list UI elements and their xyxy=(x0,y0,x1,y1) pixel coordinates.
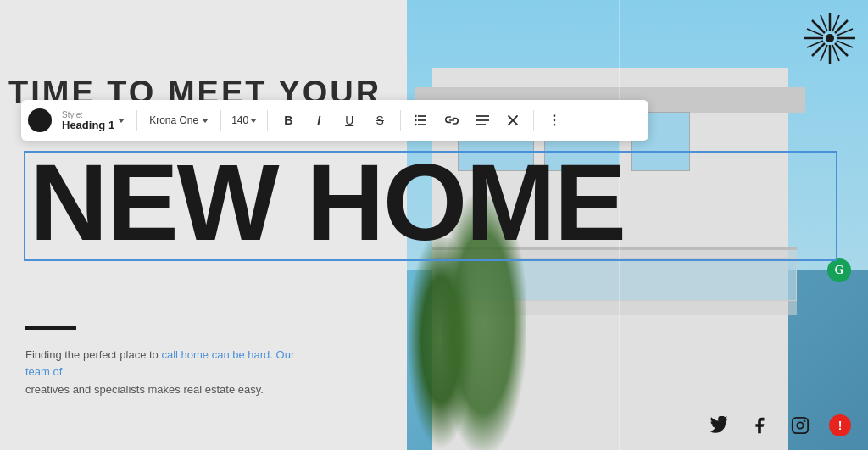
toolbar-divider-1 xyxy=(136,110,137,131)
instagram-button[interactable] xyxy=(788,414,812,437)
svg-point-31 xyxy=(554,124,556,126)
toolbar-divider-2 xyxy=(220,110,221,131)
font-family-value: Krona One xyxy=(149,114,198,126)
bold-icon: B xyxy=(284,114,292,127)
clear-format-button[interactable] xyxy=(499,107,526,134)
toolbar-divider-5 xyxy=(533,110,534,131)
svg-point-33 xyxy=(797,422,803,428)
subtitle-text: Finding the perfect place to call home c… xyxy=(25,347,297,399)
svg-point-34 xyxy=(804,421,805,422)
style-dropdown[interactable]: Style: Heading 1 xyxy=(57,108,130,134)
heading-text[interactable]: NEW HOME xyxy=(30,148,625,257)
bold-button[interactable]: B xyxy=(275,107,302,134)
svg-rect-32 xyxy=(793,418,808,433)
clear-format-icon xyxy=(507,114,519,126)
more-options-button[interactable] xyxy=(541,107,568,134)
underline-icon: U xyxy=(345,114,353,127)
bottom-content: Finding the perfect place to call home c… xyxy=(25,326,297,399)
sunburst-decoration xyxy=(800,8,860,68)
font-size-chevron xyxy=(250,119,257,123)
alert-button[interactable]: ! xyxy=(829,414,851,436)
font-size-value: 140 xyxy=(231,114,248,126)
text-editor-toolbar: Style: Heading 1 Krona One 140 B I U S xyxy=(21,100,648,141)
link-icon xyxy=(445,114,459,126)
strikethrough-button[interactable]: S xyxy=(366,107,393,134)
font-family-chevron xyxy=(202,119,209,123)
subtitle-part1: Finding the perfect place to xyxy=(25,348,161,361)
alert-icon-label: ! xyxy=(838,419,843,432)
more-options-icon xyxy=(553,114,556,127)
align-icon xyxy=(476,114,489,126)
heading-text-container[interactable]: NEW HOME xyxy=(24,151,837,261)
font-size-dropdown[interactable]: 140 xyxy=(228,111,260,130)
grammarly-button[interactable]: G xyxy=(827,258,851,282)
strikethrough-icon: S xyxy=(376,114,384,127)
underline-button[interactable]: U xyxy=(336,107,363,134)
subtitle-part2: creatives and specialists makes real est… xyxy=(25,383,264,396)
accent-divider xyxy=(25,326,76,330)
toolbar-divider-3 xyxy=(267,110,268,131)
style-dropdown-chevron xyxy=(118,119,125,123)
svg-point-21 xyxy=(415,119,417,121)
list-icon xyxy=(415,114,428,126)
align-button[interactable] xyxy=(469,107,496,134)
heading-value: Heading 1 xyxy=(62,119,114,131)
italic-icon: I xyxy=(317,114,320,127)
italic-button[interactable]: I xyxy=(305,107,332,134)
svg-point-22 xyxy=(415,124,417,125)
facebook-button[interactable] xyxy=(748,414,771,437)
font-family-dropdown[interactable]: Krona One xyxy=(144,111,214,130)
list-button[interactable] xyxy=(408,107,435,134)
svg-point-20 xyxy=(415,115,417,117)
grammarly-icon-label: G xyxy=(835,264,844,277)
twitter-button[interactable] xyxy=(707,414,731,437)
svg-point-30 xyxy=(554,119,556,122)
style-label: Style: xyxy=(62,111,83,119)
toolbar-dot xyxy=(28,108,52,132)
toolbar-divider-4 xyxy=(400,110,401,131)
link-button[interactable] xyxy=(438,107,465,134)
social-bar: ! xyxy=(707,414,851,437)
svg-point-16 xyxy=(826,34,834,42)
svg-point-29 xyxy=(554,114,556,117)
